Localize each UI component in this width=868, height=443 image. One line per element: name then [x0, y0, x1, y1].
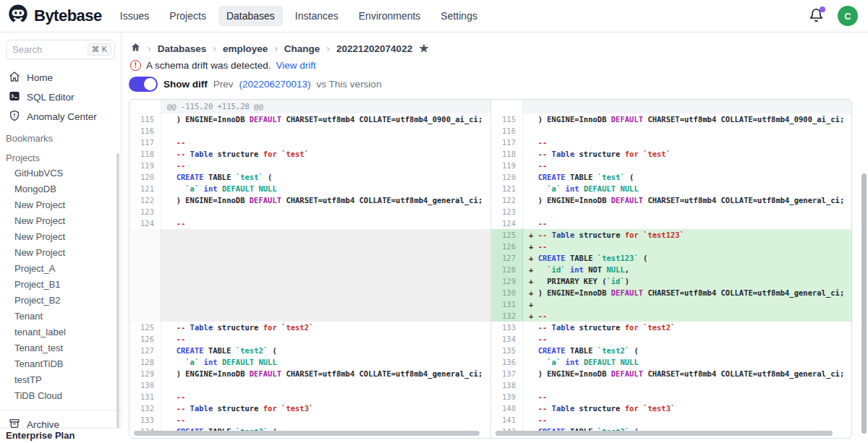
nav-item-databases[interactable]: Databases: [218, 6, 283, 26]
code-line: + `id` int NOT NULL,: [523, 264, 851, 275]
window-scrollbar[interactable]: [861, 173, 867, 434]
sidebar-item-anomaly-center[interactable]: Anomaly Center: [0, 107, 121, 126]
diff-row: [491, 100, 851, 113]
diff-pane-left: @@ -115,20 +115,28 @@115 ) ENGINE=InnoDB…: [129, 100, 490, 438]
code-line: --: [161, 414, 490, 426]
breadcrumb-separator: ›: [326, 43, 330, 54]
diff-row: [129, 229, 490, 241]
diff-row: 117 --: [491, 137, 851, 148]
sidebar-project-item[interactable]: New Project: [0, 245, 121, 261]
bytebase-logo-icon: [7, 4, 29, 28]
code-line: [161, 379, 490, 391]
sidebar-project-item[interactable]: Tenant_test: [0, 340, 121, 356]
breadcrumb-item[interactable]: employee: [223, 43, 268, 54]
sidebar-project-item[interactable]: New Project: [0, 213, 121, 229]
nav-item-projects[interactable]: Projects: [161, 6, 214, 26]
code-line: ) ENGINE=InnoDB DEFAULT CHARSET=utf8mb4 …: [523, 113, 851, 125]
avatar[interactable]: C: [838, 6, 858, 26]
nav-item-environments[interactable]: Environments: [351, 6, 429, 26]
line-number: 131: [491, 298, 523, 310]
sidebar-project-item[interactable]: MongoDB: [0, 181, 121, 197]
breadcrumb-home-icon[interactable]: [130, 42, 141, 55]
horizontal-scrollbar-right[interactable]: [495, 431, 833, 436]
nav-item-settings[interactable]: Settings: [433, 6, 485, 26]
prev-label: Prev: [213, 79, 234, 90]
sidebar-item-sql-editor[interactable]: SQL Editor: [0, 87, 121, 107]
code-line: [161, 206, 490, 218]
projects-section-label: Projects: [0, 146, 121, 165]
diff-row: 127 CREATE TABLE `test2` (: [129, 345, 490, 356]
line-number: 126: [129, 333, 161, 345]
sidebar-project-item[interactable]: GitHubVCS: [0, 165, 121, 181]
line-number: 122: [129, 194, 161, 206]
line-number: 116: [491, 125, 523, 137]
code-line: + --: [523, 241, 851, 252]
bell-icon: [809, 13, 824, 25]
code-line: [161, 287, 490, 298]
bookmarks-section-label: Bookmarks: [0, 126, 121, 146]
code-line: [161, 125, 490, 137]
breadcrumb-items: ›Databases›employee›Change›2022120207402…: [148, 43, 412, 54]
plan-badge: Enterprise Plan: [0, 428, 122, 443]
breadcrumb-item[interactable]: Databases: [158, 43, 207, 54]
sidebar-project-item[interactable]: TenantTiDB: [0, 356, 121, 372]
line-number: 126: [491, 241, 523, 252]
breadcrumb-item[interactable]: Change: [284, 43, 320, 54]
code-line: + ) ENGINE=InnoDB DEFAULT CHARSET=utf8mb…: [523, 287, 851, 298]
show-diff-toggle[interactable]: [129, 77, 158, 92]
diff-row: [129, 310, 490, 322]
view-drift-link[interactable]: View drift: [276, 60, 316, 71]
sidebar-item-home[interactable]: Home: [0, 68, 121, 87]
diff-row: 122 ) ENGINE=InnoDB DEFAULT CHARSET=utf8…: [129, 194, 490, 206]
sidebar-project-item[interactable]: tenant_label: [0, 324, 121, 340]
line-number: 138: [491, 379, 523, 391]
sidebar-project-item[interactable]: New Project: [0, 197, 121, 213]
diff-row: 129+ PRIMARY KEY (`id`): [491, 275, 851, 287]
line-number: 125: [129, 322, 161, 333]
line-number: [129, 298, 161, 310]
notifications-button[interactable]: [809, 8, 825, 24]
code-line: [161, 275, 490, 287]
code-line: -- Table structure for `test`: [161, 148, 490, 160]
diff-row: 124 --: [491, 218, 851, 229]
line-number: 133: [129, 414, 161, 426]
code-line: -- Table structure for `test3`: [161, 403, 490, 414]
code-line: -- Table structure for `test3`: [523, 403, 851, 414]
code-line: [161, 252, 490, 264]
line-number: 135: [491, 345, 523, 356]
search-input[interactable]: Search ⌘ K: [6, 40, 115, 59]
code-line: + CREATE TABLE `test123` (: [523, 252, 851, 264]
line-number: [129, 275, 161, 287]
sidebar-project-item[interactable]: Project_A: [0, 261, 121, 277]
line-number: [129, 264, 161, 275]
horizontal-scrollbar-left[interactable]: [134, 431, 480, 436]
sidebar-project-item[interactable]: testTP: [0, 372, 121, 388]
prev-version-link[interactable]: (202206270013): [239, 79, 311, 90]
sidebar-project-item[interactable]: Tenant: [0, 309, 121, 324]
nav-item-instances[interactable]: Instances: [287, 6, 346, 26]
diff-row: [129, 298, 490, 310]
code-line: --: [161, 137, 490, 148]
diff-row: 118 -- Table structure for `test`: [491, 148, 851, 160]
nav-item-issues[interactable]: Issues: [112, 6, 157, 26]
code-line: + -- Table structure for `test123`: [523, 229, 851, 241]
line-number: [129, 100, 161, 113]
line-number: 116: [129, 125, 161, 137]
code-line: -- Table structure for `test2`: [523, 322, 851, 333]
diff-toolbar: Show diff Prev (202206270013) vs This ve…: [129, 77, 381, 92]
sidebar-project-item[interactable]: New Project: [0, 229, 121, 245]
sidebar-scrollbar[interactable]: [116, 153, 119, 434]
breadcrumb-item[interactable]: 20221202074022: [336, 43, 412, 54]
breadcrumb: ›Databases›employee›Change›2022120207402…: [130, 42, 429, 55]
bookmark-star-icon[interactable]: ★: [419, 42, 428, 55]
line-number: 139: [491, 391, 523, 403]
brand[interactable]: Bytebase: [0, 4, 112, 28]
sidebar-project-item[interactable]: Project_B1: [0, 277, 121, 293]
diff-row: 141 --: [491, 414, 851, 426]
sidebar-project-item[interactable]: TiDB Cloud: [0, 388, 121, 404]
line-number: 129: [491, 275, 523, 287]
diff-row: 125 -- Table structure for `test2`: [129, 322, 490, 333]
sidebar-project-item[interactable]: Project_B2: [0, 293, 121, 309]
brand-name: Bytebase: [34, 7, 102, 25]
diff-row: 119 --: [129, 160, 490, 171]
